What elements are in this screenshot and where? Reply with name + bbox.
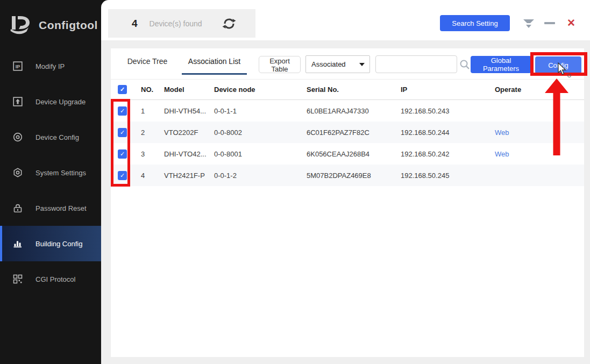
- row-no: 2: [134, 129, 157, 137]
- sidebar-item-label: CGI Protocol: [35, 275, 75, 283]
- row-serial: 6C01F62PAZ7F82C: [300, 129, 394, 137]
- row-ip: 192.168.50.243: [394, 107, 488, 115]
- sidebar-item-label: Device Upgrade: [35, 98, 86, 106]
- row-serial: 5M07B2DPAZ469E8: [300, 172, 394, 180]
- table-body: ✓ 1 DHI-VTH54... 0-0-1-1 6L0BE1ARAJ47330…: [111, 100, 584, 186]
- row-device-node: 0-0-1-1: [207, 107, 300, 115]
- row-no: 4: [134, 172, 157, 180]
- row-device-node: 0-0-8002: [207, 129, 300, 137]
- topbar: 4 Device(s) found Search Setting ✕: [101, 0, 590, 40]
- global-parameters-button[interactable]: Global Parameters: [471, 56, 531, 73]
- dahua-logo-icon: [9, 13, 33, 37]
- app-title: Configtool: [39, 19, 98, 32]
- sidebar-item-modify-ip[interactable]: IP Modify IP: [0, 48, 101, 84]
- device-upgrade-icon: [13, 97, 23, 106]
- collapse-filter-icon[interactable]: [522, 18, 535, 29]
- modify-ip-icon: IP: [13, 61, 23, 71]
- row-ip: 192.168.50.244: [394, 129, 488, 137]
- sidebar-item-label: System Settings: [35, 169, 86, 177]
- app-logo: Configtool: [0, 0, 101, 41]
- sidebar-item-password-reset[interactable]: Password Reset: [0, 190, 101, 226]
- refresh-icon[interactable]: [222, 16, 237, 31]
- annotation-box-checkboxes: [111, 99, 130, 187]
- table-header: ✓ NO. Model Device node Serial No. IP Op…: [111, 80, 584, 100]
- row-no: 1: [134, 107, 157, 115]
- col-header-operate: Operate: [488, 85, 584, 94]
- export-table-button[interactable]: Export Table: [259, 56, 301, 73]
- col-header-serial: Serial No.: [300, 85, 394, 94]
- tab-device-tree[interactable]: Device Tree: [117, 48, 177, 74]
- search-setting-button[interactable]: Search Setting: [440, 15, 510, 31]
- row-no: 3: [134, 150, 157, 158]
- row-ip: 192.168.50.245: [394, 172, 488, 180]
- sidebar-item-device-upgrade[interactable]: Device Upgrade: [0, 84, 101, 119]
- associated-select-value: Associated: [311, 60, 346, 68]
- building-config-icon: [13, 239, 23, 248]
- sidebar-nav: IP Modify IP Device Upgrade Device Confi…: [0, 48, 101, 297]
- sidebar-item-cgi-protocol[interactable]: CGI Protocol: [0, 261, 101, 297]
- table-row[interactable]: ✓ 4 VTH2421F-P 0-0-1-2 5M07B2DPAZ469E8 1…: [111, 165, 584, 186]
- cgi-protocol-icon: [13, 274, 23, 284]
- table-row[interactable]: ✓ 1 DHI-VTH54... 0-0-1-1 6L0BE1ARAJ47330…: [111, 100, 584, 122]
- sidebar-item-device-config[interactable]: Device Config: [0, 119, 101, 155]
- svg-text:IP: IP: [16, 64, 20, 69]
- chevron-down-icon: [359, 63, 365, 66]
- search-input[interactable]: [375, 55, 457, 73]
- annotation-box-config: [530, 52, 587, 76]
- device-count-box: 4 Device(s) found: [108, 9, 255, 38]
- sidebar-item-label: Modify IP: [35, 62, 65, 70]
- associated-select[interactable]: Associated: [305, 55, 370, 73]
- web-link[interactable]: Web: [495, 129, 509, 137]
- web-link[interactable]: Web: [495, 150, 509, 158]
- row-ip: 192.168.50.242: [394, 150, 488, 158]
- row-serial: 6L0BE1ARAJ47330: [300, 107, 394, 115]
- system-settings-icon: [13, 168, 23, 177]
- select-all-checkbox[interactable]: ✓: [118, 85, 127, 94]
- row-device-node: 0-0-8001: [207, 150, 300, 158]
- header-checkbox-cell: ✓: [111, 85, 134, 94]
- device-config-icon: [13, 132, 23, 142]
- row-model: DHI-VTH54...: [157, 107, 207, 115]
- search-icon[interactable]: [459, 59, 470, 70]
- device-count: 4: [132, 18, 138, 30]
- toolbar: Device Tree Association List Export Tabl…: [111, 48, 584, 80]
- row-device-node: 0-0-1-2: [207, 172, 300, 180]
- table-row[interactable]: ✓ 3 DHI-VTO42... 0-0-8001 6K056CEAAJ268B…: [111, 143, 584, 165]
- tab-association-list[interactable]: Association List: [182, 48, 247, 74]
- col-header-model: Model: [157, 85, 207, 94]
- row-model: VTO2202F: [157, 129, 207, 137]
- sidebar-item-label: Password Reset: [35, 204, 87, 212]
- sidebar-item-building-config[interactable]: Building Config: [0, 226, 101, 261]
- col-header-no: NO.: [134, 85, 157, 94]
- col-header-ip: IP: [394, 85, 488, 94]
- password-reset-icon: [13, 203, 23, 213]
- cursor-busy-ring: [567, 74, 571, 77]
- col-header-device-node: Device node: [207, 85, 300, 94]
- row-model: VTH2421F-P: [157, 172, 207, 180]
- sidebar-item-label: Device Config: [35, 133, 79, 141]
- main-panel: Device Tree Association List Export Tabl…: [111, 48, 584, 357]
- sidebar: Configtool IP Modify IP Device Upgrade D…: [0, 0, 101, 364]
- close-icon[interactable]: ✕: [565, 17, 578, 30]
- minimize-icon[interactable]: [544, 22, 555, 24]
- sidebar-item-label: Building Config: [35, 240, 82, 248]
- sidebar-item-system-settings[interactable]: System Settings: [0, 155, 101, 190]
- row-model: DHI-VTO42...: [157, 150, 207, 158]
- device-found-label: Device(s) found: [150, 19, 202, 28]
- row-serial: 6K056CEAAJ268B4: [300, 150, 394, 158]
- check-icon: ✓: [118, 85, 127, 94]
- table-row[interactable]: ✓ 2 VTO2202F 0-0-8002 6C01F62PAZ7F82C 19…: [111, 122, 584, 143]
